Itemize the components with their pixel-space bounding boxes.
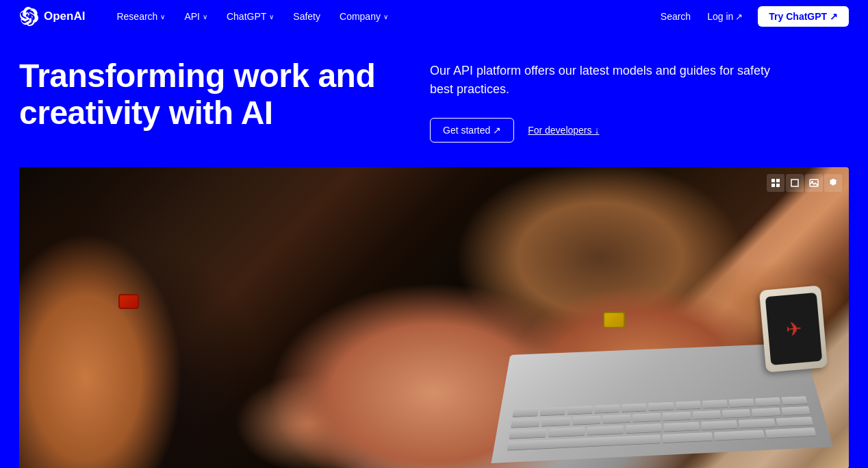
- svg-rect-1: [776, 179, 780, 182]
- key: [702, 399, 728, 408]
- key: [662, 432, 713, 443]
- for-developers-button[interactable]: For developers ↓: [528, 125, 599, 136]
- key: [648, 402, 674, 411]
- key: [548, 427, 585, 436]
- svg-rect-4: [791, 180, 798, 186]
- key: [663, 412, 691, 421]
- key: [509, 429, 546, 439]
- toolbar-gear-button[interactable]: [824, 174, 842, 192]
- login-arrow-icon: ↗: [735, 12, 743, 22]
- key: [781, 396, 808, 404]
- hero-description: Our API platform offers our latest model…: [430, 62, 772, 99]
- key: [765, 428, 817, 438]
- phone-screen: ✈: [765, 293, 821, 365]
- logo-link[interactable]: OpenAI: [19, 7, 85, 26]
- hero-buttons: Get started ↗ For developers ↓: [430, 118, 813, 143]
- key: [663, 422, 700, 432]
- keyboard: [507, 396, 817, 450]
- yellow-watch: [603, 312, 625, 328]
- navigation: OpenAI Research ∨ API ∨ ChatGPT ∨ Safety…: [0, 0, 868, 33]
- phone-icon: ✈: [784, 317, 802, 341]
- nav-chatgpt[interactable]: ChatGPT ∨: [217, 0, 283, 33]
- toolbar-image-button[interactable]: [805, 174, 823, 192]
- image-toolbar: [767, 174, 842, 192]
- hero-left: Transforming work and creativity with AI: [19, 58, 389, 132]
- key: [512, 408, 539, 417]
- key: [602, 415, 630, 423]
- hero-title: Transforming work and creativity with AI: [19, 58, 389, 132]
- key: [633, 413, 661, 422]
- key: [739, 419, 776, 428]
- svg-rect-3: [776, 184, 780, 187]
- toolbar-grid-button[interactable]: [767, 174, 784, 192]
- key: [567, 406, 593, 415]
- red-watch: [118, 294, 139, 309]
- chatgpt-chevron-icon: ∨: [269, 13, 274, 21]
- key: [713, 430, 765, 440]
- nav-links: Research ∨ API ∨ ChatGPT ∨ Safety Compan…: [107, 0, 653, 33]
- key: [675, 401, 700, 410]
- hero-image: ✈: [19, 167, 849, 468]
- image-icon: [809, 178, 819, 188]
- nav-company[interactable]: Company ∨: [330, 0, 398, 33]
- phone-element: ✈: [759, 285, 828, 372]
- key: [722, 409, 751, 418]
- key: [540, 407, 566, 416]
- logo-text: OpenAI: [44, 10, 85, 23]
- nav-right: Search Log in ↗ Try ChatGPT ↗: [654, 0, 849, 33]
- key: [511, 419, 540, 428]
- gear-icon: [828, 178, 838, 188]
- key: [728, 399, 754, 408]
- key: [625, 423, 661, 433]
- company-chevron-icon: ∨: [383, 13, 388, 21]
- key: [587, 426, 623, 435]
- key: [595, 404, 620, 413]
- key: [752, 408, 781, 417]
- photo-background: ✈: [19, 167, 849, 468]
- key: [755, 397, 781, 406]
- key: [572, 416, 601, 425]
- hero-image-wrapper: ✈: [0, 167, 868, 468]
- grid-icon: [771, 178, 780, 188]
- get-started-button[interactable]: Get started ↗: [430, 118, 514, 143]
- key: [701, 420, 738, 430]
- key: [541, 417, 571, 426]
- key: [776, 417, 814, 426]
- nav-api[interactable]: API ∨: [175, 0, 217, 33]
- hero-section: Transforming work and creativity with AI…: [0, 33, 868, 167]
- research-chevron-icon: ∨: [160, 13, 165, 21]
- nav-research[interactable]: Research ∨: [107, 0, 175, 33]
- svg-rect-2: [771, 184, 775, 187]
- square-icon: [790, 178, 800, 188]
- openai-logo-icon: [19, 7, 38, 26]
- hero-right: Our API platform offers our latest model…: [430, 58, 813, 143]
- toolbar-square-button[interactable]: [786, 174, 804, 192]
- api-chevron-icon: ∨: [203, 13, 207, 21]
- key: [692, 410, 721, 419]
- key: [781, 406, 810, 415]
- search-button[interactable]: Search: [654, 0, 698, 33]
- nav-safety[interactable]: Safety: [283, 0, 330, 33]
- key: [622, 403, 647, 412]
- try-chatgpt-button[interactable]: Try ChatGPT ↗: [758, 6, 849, 27]
- svg-rect-0: [771, 179, 775, 182]
- login-link[interactable]: Log in ↗: [700, 0, 750, 33]
